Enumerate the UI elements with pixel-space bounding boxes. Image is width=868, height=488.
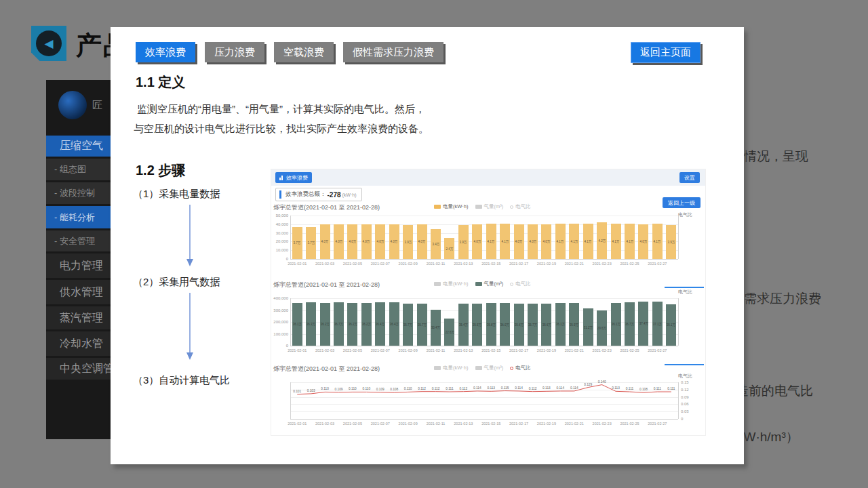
y-axis-tick: 400,000 bbox=[271, 296, 288, 300]
legend-item[interactable]: 电气比 bbox=[510, 365, 531, 371]
x-axis-tick: 2021-02-11 bbox=[427, 422, 446, 426]
bar: 4.1万 bbox=[500, 224, 510, 259]
sidebar-item[interactable]: 中央空调管 bbox=[46, 358, 111, 380]
x-axis-tick: 2021-02-15 bbox=[481, 262, 500, 266]
tab-efficiency-waste[interactable]: 效率浪费 bbox=[136, 42, 195, 62]
bar: 36.2万 bbox=[361, 303, 372, 346]
sidebar-item[interactable]: 蒸汽管理 bbox=[46, 306, 111, 329]
legend-item[interactable]: 电气比 bbox=[510, 281, 531, 287]
legend-item[interactable]: 电气比 bbox=[510, 203, 531, 210]
bar: 4.1万 bbox=[486, 224, 496, 259]
bar-label: 3.7万 bbox=[307, 241, 315, 245]
y-axis-tick: 50,000 bbox=[271, 214, 288, 218]
bar-label: 4.0万 bbox=[335, 240, 342, 243]
x-axis-tick: 2021-02-11 bbox=[427, 348, 446, 352]
bar: 36.3万 bbox=[306, 302, 316, 346]
legend-item[interactable]: 电量(kW·h) bbox=[434, 281, 469, 287]
y-axis-line bbox=[290, 216, 291, 259]
divider-strip bbox=[665, 287, 704, 288]
divider-strip bbox=[665, 364, 704, 365]
bar: 35.1万 bbox=[666, 304, 676, 346]
bar-label: 3.9万 bbox=[667, 240, 675, 243]
sidebar-item[interactable]: - 安全管理 bbox=[46, 230, 111, 251]
sidebar-item[interactable]: - 组态图 bbox=[46, 159, 111, 180]
y-axis-tick: 40,000 bbox=[271, 222, 288, 226]
point-label: 0.113 bbox=[612, 386, 620, 390]
tab-noload-waste[interactable]: 空载浪费 bbox=[274, 42, 334, 62]
back-button[interactable]: ◀ bbox=[31, 26, 66, 61]
bar-label: 4.0万 bbox=[321, 240, 329, 243]
tab-false-demand-pressure-waste[interactable]: 假性需求压力浪费 bbox=[343, 42, 443, 62]
sidebar-item[interactable]: 压缩空气 bbox=[46, 136, 111, 157]
point-label: 0.140 bbox=[598, 380, 606, 384]
bar: 35.9万 bbox=[569, 303, 579, 346]
tab-pressure-waste[interactable]: 压力浪费 bbox=[205, 42, 264, 62]
bar-label: 36.1万 bbox=[611, 323, 620, 326]
x-axis-tick: 2021-02-19 bbox=[537, 422, 556, 426]
point-label: 0.112 bbox=[432, 387, 440, 390]
bar-label: 36.4万 bbox=[376, 322, 384, 325]
screen: ◀ 产品 匠 压缩空气- 组态图- 波段控制- 能耗分析- 安全管理电力管理供水… bbox=[0, 0, 868, 488]
bar-label: 35.7万 bbox=[403, 323, 412, 326]
sidebar-item[interactable]: 电力管理 bbox=[46, 253, 111, 278]
legend-item[interactable]: 气量(m³) bbox=[475, 203, 504, 210]
bar-label: 4.1万 bbox=[570, 239, 578, 243]
bar: 35.4万 bbox=[458, 304, 469, 346]
logo-text: 匠 bbox=[92, 99, 102, 112]
bar-label: 4.1万 bbox=[501, 239, 509, 243]
sidebar-item[interactable]: 供水管理 bbox=[46, 280, 111, 304]
right-axis-tick: 0.03 bbox=[681, 409, 689, 413]
bar-label: 4.1万 bbox=[557, 239, 564, 243]
x-axis-tick: 2021-02-11 bbox=[427, 262, 446, 266]
ratio-line-chart: 0.1010.1030.1100.1090.1100.1100.1090.108… bbox=[290, 373, 678, 419]
bar-label: 4.1万 bbox=[488, 239, 495, 243]
bar: 4.0万 bbox=[541, 224, 551, 259]
y-axis-tick: 0 bbox=[271, 344, 288, 348]
bar-label: 4.0万 bbox=[473, 240, 481, 243]
point-label: 0.110 bbox=[404, 387, 412, 390]
bar-label: 36.7万 bbox=[625, 322, 634, 325]
x-axis-tick: 2021-02-01 bbox=[288, 348, 307, 352]
legend-item[interactable]: 气量(m³) bbox=[475, 365, 504, 371]
bar-label: 4.2万 bbox=[598, 239, 606, 242]
right-axis-tick: 0 bbox=[681, 417, 683, 421]
point-label: 0.129 bbox=[584, 383, 592, 386]
legend-swatch-icon bbox=[510, 205, 513, 209]
bar: 36.1万 bbox=[555, 303, 566, 346]
efficiency-waste-tag[interactable]: 效率浪费 bbox=[275, 172, 312, 183]
sidebar-item[interactable]: - 波段控制 bbox=[46, 182, 111, 204]
x-axis-tick: 2021-02-09 bbox=[399, 348, 418, 352]
x-axis-tick: 2021-02-09 bbox=[399, 422, 418, 426]
legend-swatch-icon bbox=[510, 367, 513, 370]
x-axis-tick: 2021-02-05 bbox=[343, 422, 362, 426]
legend-swatch-icon bbox=[475, 366, 482, 370]
legend-item[interactable]: 电量(kW·h) bbox=[434, 365, 469, 371]
y-axis-tick: 0 bbox=[271, 257, 288, 261]
point-label: 0.112 bbox=[460, 387, 468, 390]
point-label: 0.110 bbox=[321, 387, 329, 390]
return-home-button[interactable]: 返回主页面 bbox=[631, 42, 701, 63]
legend-swatch-icon bbox=[510, 283, 513, 286]
legend-swatch-icon bbox=[434, 282, 441, 286]
bar-label: 36.2万 bbox=[320, 323, 329, 326]
point-label: 0.109 bbox=[376, 388, 384, 391]
legend-item[interactable]: 电量(kW·h) bbox=[434, 203, 469, 210]
bar-label: 2.4万 bbox=[446, 247, 454, 250]
back-level-button[interactable]: 返回上一级 bbox=[663, 197, 701, 208]
bar: 36.1万 bbox=[292, 303, 302, 346]
slide-panel: 效率浪费 压力浪费 空载浪费 假性需求压力浪费 返回主页面 1.1 定义 监测空… bbox=[111, 27, 744, 464]
point-label: 0.110 bbox=[363, 387, 371, 390]
bar-label: 35.6万 bbox=[514, 323, 523, 326]
bar-label: 29.6万 bbox=[597, 326, 606, 329]
settings-button[interactable]: 设置 bbox=[679, 172, 700, 183]
bar: 35.7万 bbox=[417, 304, 427, 346]
sidebar-item[interactable]: 冷却水管 bbox=[46, 331, 111, 356]
sidebar-item[interactable]: - 能耗分析 bbox=[46, 206, 111, 228]
down-arrow-icon bbox=[185, 293, 195, 361]
bar-label: 30.4万 bbox=[431, 326, 440, 329]
bar-label: 36.1万 bbox=[293, 323, 302, 326]
bar-label: 36.2万 bbox=[348, 323, 357, 326]
bar-label: 4.1万 bbox=[626, 239, 633, 243]
legend-item[interactable]: 气量(m³) bbox=[475, 281, 504, 287]
x-axis-tick: 2021-02-23 bbox=[593, 348, 612, 352]
